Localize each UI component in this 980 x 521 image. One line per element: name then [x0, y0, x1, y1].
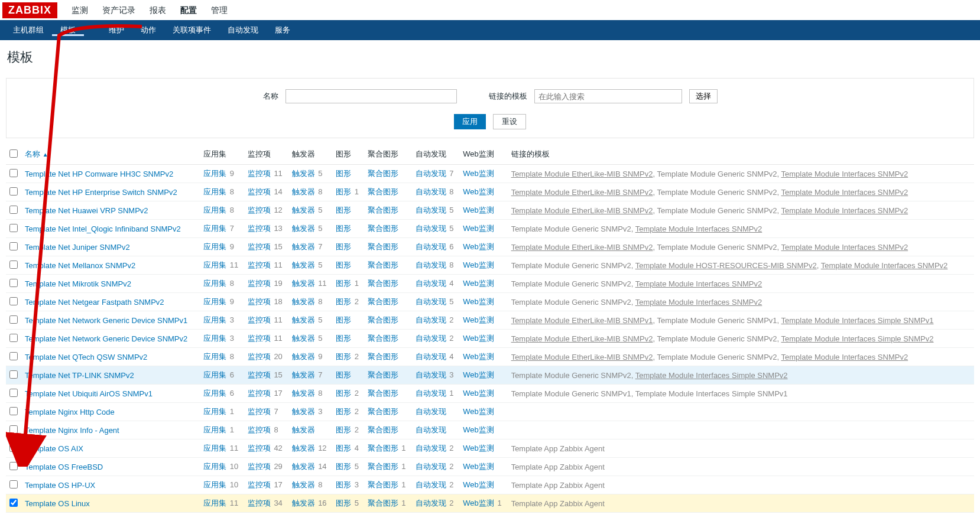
template-name[interactable]: Template Nginx Info - Agent — [21, 421, 200, 439]
screen-link[interactable]: 聚合图形 — [364, 348, 412, 366]
web-link[interactable]: Web监测 — [459, 330, 507, 348]
topnav-管理[interactable]: 管理 — [204, 5, 235, 15]
graph-link[interactable]: 图形 1 — [332, 183, 364, 201]
web-link[interactable]: Web监测 — [459, 183, 507, 201]
web-link[interactable]: Web监测 — [459, 220, 507, 238]
col-name[interactable]: 名称 ▲ — [21, 144, 200, 165]
disc-link[interactable]: 自动发现 8 — [412, 183, 460, 201]
trig-link[interactable]: 触发器 8 — [288, 476, 333, 494]
screen-link[interactable]: 聚合图形 — [364, 330, 412, 348]
reset-button[interactable]: 重设 — [493, 114, 526, 129]
item-link[interactable]: 监控项 34 — [244, 494, 288, 513]
app-link[interactable]: 应用集 10 — [200, 476, 244, 494]
screen-link[interactable]: 聚合图形 — [364, 165, 412, 183]
trig-link[interactable]: 触发器 7 — [288, 366, 333, 385]
app-link[interactable]: 应用集 8 — [200, 201, 244, 220]
item-link[interactable]: 监控项 42 — [244, 439, 288, 458]
app-link[interactable]: 应用集 11 — [200, 256, 244, 275]
graph-link[interactable]: 图形 — [332, 220, 364, 238]
web-link[interactable]: Web监测 — [459, 476, 507, 494]
disc-link[interactable]: 自动发现 7 — [412, 165, 460, 183]
app-link[interactable]: 应用集 3 — [200, 330, 244, 348]
template-name[interactable]: Template Net HP Comware HH3C SNMPv2 — [21, 165, 200, 183]
disc-link[interactable]: 自动发现 6 — [412, 238, 460, 256]
screen-link[interactable]: 聚合图形 — [364, 311, 412, 330]
row-checkbox[interactable] — [9, 462, 18, 470]
graph-link[interactable]: 图形 2 — [332, 403, 364, 421]
template-name[interactable]: Template Net Mellanox SNMPv2 — [21, 256, 200, 275]
row-checkbox[interactable] — [9, 297, 18, 305]
row-checkbox[interactable] — [9, 499, 18, 507]
graph-link[interactable]: 图形 3 — [332, 476, 364, 494]
screen-link[interactable]: 聚合图形 1 — [364, 494, 412, 513]
item-link[interactable]: 监控项 11 — [244, 330, 288, 348]
trig-link[interactable]: 触发器 5 — [288, 220, 333, 238]
disc-link[interactable]: 自动发现 2 — [412, 330, 460, 348]
disc-link[interactable]: 自动发现 — [412, 421, 460, 439]
trig-link[interactable]: 触发器 11 — [288, 275, 333, 293]
web-link[interactable]: Web监测 — [459, 311, 507, 330]
app-link[interactable]: 应用集 8 — [200, 348, 244, 366]
template-name[interactable]: Template Net Ubiquiti AirOS SNMPv1 — [21, 385, 200, 403]
screen-link[interactable]: 聚合图形 1 — [364, 439, 412, 458]
graph-link[interactable]: 图形 — [332, 256, 364, 275]
disc-link[interactable]: 自动发现 5 — [412, 201, 460, 220]
disc-link[interactable]: 自动发现 2 — [412, 439, 460, 458]
graph-link[interactable]: 图形 — [332, 366, 364, 385]
graph-link[interactable]: 图形 — [332, 311, 364, 330]
row-checkbox[interactable] — [9, 370, 18, 379]
trig-link[interactable]: 触发器 8 — [288, 385, 333, 403]
screen-link[interactable]: 聚合图形 — [364, 403, 412, 421]
select-button[interactable]: 选择 — [689, 89, 718, 103]
col-trig[interactable]: 触发器 — [288, 144, 333, 165]
disc-link[interactable]: 自动发现 3 — [412, 366, 460, 385]
disc-link[interactable]: 自动发现 5 — [412, 293, 460, 311]
app-link[interactable]: 应用集 9 — [200, 293, 244, 311]
disc-link[interactable]: 自动发现 8 — [412, 256, 460, 275]
template-name[interactable]: Template Net Netgear Fastpath SNMPv2 — [21, 293, 200, 311]
row-checkbox[interactable] — [9, 187, 18, 196]
subnav-动作[interactable]: 动作 — [132, 25, 164, 34]
row-checkbox[interactable] — [9, 279, 18, 287]
template-name[interactable]: Template Net Intel_Qlogic Infiniband SNM… — [21, 220, 200, 238]
filter-name-input[interactable] — [285, 89, 457, 103]
screen-link[interactable]: 聚合图形 — [364, 183, 412, 201]
graph-link[interactable]: 图形 2 — [332, 348, 364, 366]
col-web[interactable]: Web监测 — [459, 144, 507, 165]
disc-link[interactable]: 自动发现 2 — [412, 311, 460, 330]
graph-link[interactable]: 图形 5 — [332, 458, 364, 476]
template-name[interactable]: Template Net Mikrotik SNMPv2 — [21, 275, 200, 293]
template-name[interactable]: Template Nginx Http Code — [21, 403, 200, 421]
template-name[interactable]: Template Net HP Enterprise Switch SNMPv2 — [21, 183, 200, 201]
web-link[interactable]: Web监测 — [459, 403, 507, 421]
subnav-模板[interactable]: 模板 — [52, 25, 84, 36]
row-checkbox[interactable] — [9, 206, 18, 214]
web-link[interactable]: Web监测 — [459, 201, 507, 220]
web-link[interactable]: Web监测 — [459, 275, 507, 293]
graph-link[interactable]: 图形 1 — [332, 275, 364, 293]
col-item[interactable]: 监控项 — [244, 144, 288, 165]
row-checkbox[interactable] — [9, 334, 18, 342]
trig-link[interactable]: 触发器 9 — [288, 348, 333, 366]
app-link[interactable]: 应用集 7 — [200, 220, 244, 238]
item-link[interactable]: 监控项 8 — [244, 421, 288, 439]
row-checkbox[interactable] — [9, 352, 18, 360]
row-checkbox[interactable] — [9, 480, 18, 489]
disc-link[interactable]: 自动发现 2 — [412, 476, 460, 494]
graph-link[interactable]: 图形 2 — [332, 293, 364, 311]
item-link[interactable]: 监控项 13 — [244, 220, 288, 238]
subnav-主机群组[interactable]: 主机群组 — [5, 25, 52, 34]
graph-link[interactable]: 图形 2 — [332, 385, 364, 403]
web-link[interactable]: Web监测 1 — [459, 494, 507, 513]
graph-link[interactable]: 图形 4 — [332, 439, 364, 458]
app-link[interactable]: 应用集 3 — [200, 311, 244, 330]
app-link[interactable]: 应用集 10 — [200, 458, 244, 476]
graph-link[interactable]: 图形 — [332, 238, 364, 256]
trig-link[interactable]: 触发器 5 — [288, 165, 333, 183]
app-link[interactable]: 应用集 9 — [200, 238, 244, 256]
row-checkbox[interactable] — [9, 407, 18, 415]
disc-link[interactable]: 自动发现 1 — [412, 385, 460, 403]
web-link[interactable]: Web监测 — [459, 256, 507, 275]
item-link[interactable]: 监控项 17 — [244, 476, 288, 494]
trig-link[interactable]: 触发器 5 — [288, 330, 333, 348]
